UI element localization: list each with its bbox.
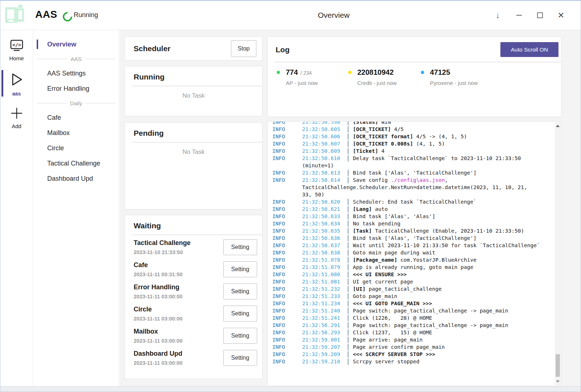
- log-level: INFO: [272, 176, 302, 184]
- waiting-task-name: Dashboard Upd: [134, 350, 223, 358]
- rail-item-home[interactable]: </>Home: [0, 36, 33, 65]
- log-timestamp: 21:32:50.634: [302, 221, 340, 226]
- log-output[interactable]: INFO21:32:50.598 │ [Status] WININFO21:32…: [268, 122, 555, 386]
- setting-button[interactable]: Setting: [223, 350, 257, 366]
- rail-item-label: Add: [12, 123, 21, 129]
- scrollbar-thumb[interactable]: [556, 354, 560, 377]
- log-timestamp: 21:32:50.607: [302, 141, 340, 147]
- log-line: INFO21:32:56.291 │ Page switch: page_tac…: [272, 322, 555, 329]
- sidebar-item-aas-settings[interactable]: AAS Settings: [33, 66, 119, 81]
- window-bottom-edge: [0, 386, 581, 392]
- waiting-task-name: Cafe: [134, 261, 223, 269]
- log-message: Page arrive confirm page_main: [353, 344, 445, 350]
- log-separator: │: [340, 250, 353, 256]
- log-message: UI get current page: [353, 279, 413, 285]
- sidebar-item-dashboard-upd[interactable]: Dashboard Upd: [33, 171, 119, 186]
- close-button[interactable]: ✕: [557, 11, 565, 20]
- status-dot-icon: [348, 71, 352, 74]
- running-title: Running: [134, 73, 253, 81]
- log-separator: │: [340, 221, 353, 226]
- log-message: Page switch: page_tactical_challenge -> …: [353, 308, 508, 314]
- log-timestamp: 21:32:50.610: [302, 155, 340, 161]
- divider-line: [86, 103, 115, 103]
- log-scrollbar[interactable]: [555, 122, 561, 385]
- log-line: INFO21:32:50.607 │ [OCR_TICKET 0.008s] (…: [272, 140, 555, 147]
- scroll-down-arrow-icon[interactable]: [556, 380, 560, 383]
- app-logo-icon: [4, 4, 27, 27]
- log-timestamp: 21:32:51.080: [302, 271, 340, 277]
- log-separator: │: [340, 141, 353, 147]
- window-controls: ↓ ✕: [493, 1, 565, 30]
- code-monitor-icon: </>: [10, 40, 24, 53]
- log-level: INFO: [272, 293, 302, 300]
- app-name: AAS: [35, 9, 57, 20]
- sidebar-item-tactical-challenge[interactable]: Tactical Challenge: [33, 156, 119, 171]
- log-separator: │: [340, 271, 353, 277]
- waiting-title: Waiting: [134, 221, 253, 230]
- scroll-up-arrow-icon[interactable]: [556, 125, 560, 127]
- log-message: Scrcpy server stopped: [353, 359, 419, 364]
- log-line: INFO21:32:56.293 │ Click (1237, 15) @ HO…: [272, 329, 555, 336]
- log-timestamp: 21:32:50.637: [302, 242, 340, 248]
- log-separator: │: [340, 279, 353, 285]
- rail-item-aas[interactable]: aas: [0, 68, 33, 100]
- setting-button[interactable]: Setting: [223, 239, 257, 255]
- log-separator: │: [340, 301, 353, 306]
- log-level: INFO: [272, 213, 302, 220]
- log-level: INFO: [272, 314, 302, 322]
- setting-button[interactable]: Setting: [223, 306, 257, 322]
- log-timestamp: 21:32:51.232: [302, 286, 340, 292]
- waiting-task-name: Mailbox: [134, 328, 223, 335]
- dashboard-item-top: 774/ 234: [277, 68, 318, 77]
- minimize-button[interactable]: [515, 11, 523, 20]
- log-timestamp: 21:32:50.606: [302, 134, 340, 139]
- log-message: Save config: [353, 177, 391, 183]
- log-timestamp: 21:32:51.233: [302, 293, 340, 299]
- maximize-button[interactable]: [536, 11, 544, 20]
- log-line: INFO21:32:50.633 │ Bind task ['Alas', 'A…: [272, 213, 555, 220]
- log-level: INFO: [272, 198, 302, 205]
- log-level: INFO: [272, 122, 302, 126]
- sidebar-item-mailbox[interactable]: Mailbox: [33, 125, 119, 140]
- log-level: INFO: [272, 140, 302, 147]
- waiting-task-next-run: 2023-11-11 00:31:50: [134, 271, 223, 277]
- log-message: WIN: [378, 122, 391, 125]
- auto-scroll-button[interactable]: Auto Scroll ON: [500, 42, 558, 57]
- log-line: INFO21:32:50.621 │ [Lang] auto: [272, 205, 555, 213]
- update-download-icon[interactable]: ↓: [493, 11, 502, 20]
- log-message: ,: [445, 177, 448, 183]
- sidebar-item-overview[interactable]: Overview: [33, 37, 119, 52]
- log-separator: │: [340, 213, 353, 219]
- log-line: INFO21:32:50.635 │ [Task] TacticalChalle…: [272, 227, 555, 234]
- log-message: [OCR_TICKET]: [353, 126, 391, 132]
- log-level: INFO: [272, 322, 302, 329]
- sidebar-item-cafe[interactable]: Cafe: [33, 110, 119, 125]
- setting-button[interactable]: Setting: [223, 261, 257, 277]
- setting-button[interactable]: Setting: [223, 283, 257, 299]
- log-line: INFO21:32:50.620 │ Scheduler: End task `…: [272, 198, 555, 205]
- log-message: [Status]: [353, 122, 378, 125]
- status-dot-icon: [421, 71, 424, 74]
- waiting-task-row: Mailbox2023-11-11 03:00:00Setting: [125, 324, 262, 347]
- rail-item-add[interactable]: Add: [0, 103, 33, 133]
- log-timestamp: 21:32:50.621: [302, 206, 340, 212]
- log-separator: │: [340, 264, 353, 270]
- log-separator: │: [340, 235, 353, 241]
- log-level: INFO: [272, 126, 302, 133]
- log-message: App is already running, goto main page: [353, 264, 474, 270]
- rail-item-label: aas: [12, 91, 21, 97]
- divider: [132, 86, 262, 86]
- log-timestamp: 21:32:50.605: [302, 126, 340, 132]
- log-timestamp: 21:32:56.293: [302, 330, 340, 335]
- log-timestamp: 21:32:59.209: [302, 351, 340, 357]
- setting-button[interactable]: Setting: [223, 328, 257, 344]
- log-level: INFO: [272, 336, 302, 343]
- sidebar-item-circle[interactable]: Circle: [33, 140, 119, 156]
- sidebar-item-error-handling[interactable]: Error Handling: [33, 81, 119, 96]
- log-line: INFO21:32:51.079 │ App is already runnin…: [272, 264, 555, 271]
- log-level: INFO: [272, 329, 302, 336]
- rail-item-label: Home: [9, 55, 24, 61]
- log-level: INFO: [272, 285, 302, 293]
- log-level: INFO: [272, 242, 302, 249]
- stop-button[interactable]: Stop: [231, 40, 256, 57]
